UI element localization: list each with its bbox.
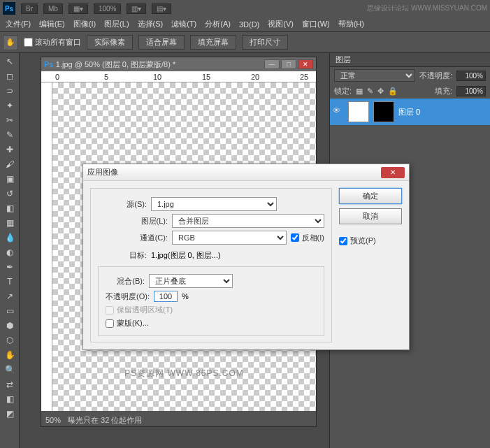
menu-select[interactable]: 选择(S) [138,19,164,29]
print-size-button[interactable]: 打印尺寸 [242,35,288,50]
menu-window[interactable]: 窗口(W) [302,19,330,29]
zoom-tool-icon[interactable]: 🔍 [1,363,18,377]
pen-tool-icon[interactable]: ✒ [1,260,18,274]
mask-thumbnail[interactable] [373,101,394,122]
document-titlebar[interactable]: Ps 1.jpg @ 50% (图层 0, 图层蒙版/8) * — □ ✕ [41,57,316,71]
eraser-tool-icon[interactable]: ◧ [1,201,18,215]
ps-logo-icon: Ps [3,2,15,15]
hand-tool2-icon[interactable]: ✋ [1,348,18,362]
lock-paint-icon[interactable]: ✎ [367,87,373,96]
3d-camera-icon[interactable]: ⬡ [1,333,18,347]
preview-checkbox[interactable]: 预览(P) [339,236,402,246]
app-topbar: Ps Br Mb ▦▾ 100% ▥▾ ▤▾ 思缘设计论坛 WWW.MISSYU… [0,0,490,17]
canvas-watermark: PS资源网 WWW.86PS.COM [124,368,244,380]
layer-name[interactable]: 图层 0 [398,107,420,117]
source-label: 源(S): [98,199,147,210]
quickmask-icon[interactable]: ◩ [1,407,18,421]
marquee-tool-icon[interactable]: ◻ [1,69,18,83]
layer-thumbnail[interactable] [348,101,369,122]
menu-analysis[interactable]: 分析(A) [205,19,231,29]
layer-row[interactable]: 👁 图层 0 [330,99,490,125]
menu-help[interactable]: 帮助(H) [338,19,364,29]
color-swap-icon[interactable]: ⇄ [1,377,18,391]
blend-select[interactable]: 正片叠底 [149,274,233,288]
layer-label: 图层(L): [119,216,168,226]
dialog-form: 源(S): 1.jpg 图层(L): 合并图层 通道(C): RGB 反相(I)… [90,188,332,342]
invert-checkbox[interactable]: 反相(I) [291,233,324,243]
dialog-titlebar[interactable]: 应用图像 ✕ [83,164,409,181]
blend-mode-select[interactable]: 正常 [334,69,415,82]
blend-label: 混合(B): [106,276,145,287]
menu-image[interactable]: 图像(I) [73,19,96,29]
status-bar: 50% 曝光只在 32 位起作用 [41,414,316,426]
opacity-value[interactable]: 100% [456,71,486,81]
lock-all-icon[interactable]: 🔒 [388,87,398,96]
workspace-icon[interactable]: ▤▾ [152,3,171,14]
hand-tool-icon[interactable]: ✋ [3,35,18,50]
bridge-button[interactable]: Br [21,3,38,14]
arrange-icon[interactable]: ▥▾ [127,3,146,14]
opacity-label: 不透明度: [419,71,452,81]
visibility-icon[interactable]: 👁 [333,106,344,117]
minimize-icon[interactable]: — [264,59,280,69]
opacity-input[interactable] [154,291,178,302]
layers-panel-tab[interactable]: 图层 [330,53,490,67]
dialog-close-icon[interactable]: ✕ [381,167,405,178]
menu-3d[interactable]: 3D(D) [239,20,259,29]
fill-screen-button[interactable]: 填充屏幕 [190,35,236,50]
lock-transparent-icon[interactable]: ▦ [356,87,363,96]
ok-button[interactable]: 确定 [339,188,402,204]
preview-label: 预览(P) [350,236,376,246]
actual-pixels-button[interactable]: 实际像素 [87,35,133,50]
ruler-vertical [41,82,52,411]
shape-tool-icon[interactable]: ▭ [1,304,18,318]
status-zoom[interactable]: 50% [45,416,61,424]
lock-label: 锁定: [334,86,352,96]
channel-label: 通道(C): [119,233,168,243]
lasso-tool-icon[interactable]: ⊃ [1,84,18,98]
dodge-tool-icon[interactable]: ◐ [1,245,18,259]
zoom-level[interactable]: 100% [94,3,122,14]
preserve-checkbox: 保留透明区域(T) [106,305,317,315]
main-menubar: 文件(F) 编辑(E) 图像(I) 图层(L) 选择(S) 滤镜(T) 分析(A… [0,17,490,32]
fill-label: 填充: [435,86,452,96]
mask-checkbox[interactable]: 蒙版(K)... [106,318,317,328]
fg-bg-colors-icon[interactable]: ◧ [1,392,18,406]
menu-view[interactable]: 视图(V) [268,19,294,29]
move-tool-icon[interactable]: ↖ [1,55,18,68]
cancel-button[interactable]: 取消 [339,208,402,224]
close-icon[interactable]: ✕ [298,59,313,69]
fit-screen-button[interactable]: 适合屏幕 [138,35,185,50]
crop-tool-icon[interactable]: ✂ [1,113,18,127]
menu-file[interactable]: 文件(F) [6,19,31,29]
layer-select[interactable]: 合并图层 [172,214,324,228]
minibridge-button[interactable]: Mb [43,3,63,14]
menu-edit[interactable]: 编辑(E) [39,19,65,29]
eyedropper-tool-icon[interactable]: ✎ [1,128,18,142]
screen-mode-icon[interactable]: ▦▾ [69,3,88,14]
ruler-horizontal: 0510152025 [41,71,316,82]
heal-tool-icon[interactable]: ✚ [1,143,18,157]
history-brush-icon[interactable]: ↺ [1,187,18,201]
scroll-all-checkbox[interactable]: 滚动所有窗口 [24,37,81,48]
status-message: 曝光只在 32 位起作用 [68,415,142,426]
channel-select[interactable]: RGB [172,231,287,245]
lock-move-icon[interactable]: ✥ [377,87,384,96]
wand-tool-icon[interactable]: ✦ [1,99,18,113]
menu-layer[interactable]: 图层(L) [104,19,129,29]
scroll-all-label: 滚动所有窗口 [35,37,81,48]
brush-tool-icon[interactable]: 🖌 [1,157,18,171]
blur-tool-icon[interactable]: 💧 [1,231,18,245]
3d-tool-icon[interactable]: ⬢ [1,319,18,333]
path-tool-icon[interactable]: ↗ [1,289,18,303]
type-tool-icon[interactable]: T [1,275,18,289]
menu-filter[interactable]: 滤镜(T) [171,19,196,29]
ps-doc-icon: Ps [44,60,53,68]
dialog-title: 应用图像 [87,167,118,178]
site-watermark: 思缘设计论坛 WWW.MISSYUAN.COM [367,3,487,13]
fill-value[interactable]: 100% [456,86,486,96]
maximize-icon[interactable]: □ [281,59,296,69]
source-select[interactable]: 1.jpg [151,197,277,211]
gradient-tool-icon[interactable]: ▦ [1,216,18,230]
stamp-tool-icon[interactable]: ▣ [1,172,18,186]
